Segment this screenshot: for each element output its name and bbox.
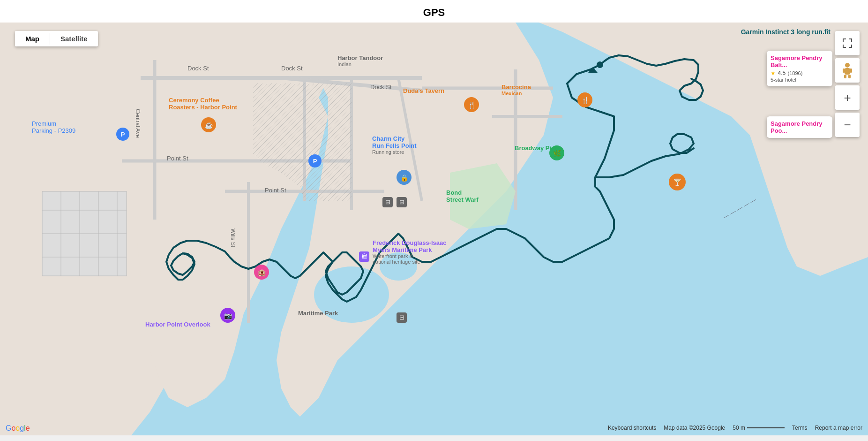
zoom-in-button[interactable]: + — [835, 85, 860, 110]
svg-rect-65 — [850, 68, 852, 73]
hotel-name: Sagamore Pendry Balt... — [771, 54, 829, 68]
pool-name: Sagamore Pendry Poo... — [771, 120, 829, 134]
map-right-controls: + − — [835, 31, 860, 137]
pegman-button[interactable] — [835, 58, 860, 83]
svg-text:⊟: ⊟ — [399, 314, 404, 321]
keyboard-shortcuts[interactable]: Keyboard shortcuts — [608, 425, 656, 431]
rating-value: 4.5 — [778, 70, 786, 76]
svg-rect-61 — [845, 68, 850, 75]
map-bottom-bar: Keyboard shortcuts Map data ©2025 Google… — [0, 420, 868, 435]
map-type-control: Map Satellite — [15, 31, 98, 46]
fullscreen-button[interactable] — [835, 31, 860, 55]
zoom-out-button[interactable]: − — [835, 113, 860, 137]
report-link[interactable]: Report a map error — [815, 425, 862, 431]
svg-text:🍴: 🍴 — [468, 101, 476, 109]
svg-text:🏛: 🏛 — [361, 253, 367, 260]
svg-text:📷: 📷 — [224, 312, 232, 320]
svg-text:🍴: 🍴 — [581, 97, 590, 105]
svg-point-60 — [845, 63, 850, 68]
svg-text:🏨: 🏨 — [258, 269, 266, 277]
svg-text:⊟: ⊟ — [385, 198, 390, 205]
svg-text:🌿: 🌿 — [553, 150, 561, 158]
svg-rect-64 — [843, 68, 845, 73]
svg-point-29 — [597, 61, 603, 68]
map-data: Map data ©2025 Google — [664, 425, 725, 431]
svg-text:P: P — [313, 158, 317, 165]
scale-bar: 50 m — [733, 425, 785, 431]
svg-rect-62 — [844, 75, 846, 78]
page-title: GPS — [0, 0, 868, 23]
map-type-satellite-button[interactable]: Satellite — [50, 31, 98, 46]
hotel-card-pool[interactable]: Sagamore Pendry Poo... — [767, 116, 832, 138]
hotel-card-sagamore[interactable]: Sagamore Pendry Balt... ★ 4.5 (1896) 5-s… — [767, 51, 832, 86]
review-count: (1896) — [788, 70, 803, 76]
scale-label: 50 m — [733, 425, 745, 431]
hotel-type: 5-star hotel — [771, 77, 829, 83]
svg-text:☕: ☕ — [205, 122, 213, 129]
svg-text:🔒: 🔒 — [400, 174, 409, 182]
svg-text:⊟: ⊟ — [399, 198, 404, 205]
scale-line — [747, 427, 785, 428]
hotel-rating: ★ 4.5 (1896) — [771, 68, 829, 77]
svg-text:P: P — [121, 131, 125, 138]
map-svg: ☕ P P 🔒 🍴 🍴 ⊟ ⊟ 🏛 ⊟ 📷 🏨 — [0, 23, 868, 435]
track-label: Garmin Instinct 3 long run.fit — [741, 28, 831, 36]
map-container: ☕ P P 🔒 🍴 🍴 ⊟ ⊟ 🏛 ⊟ 📷 🏨 — [0, 23, 868, 435]
map-type-map-button[interactable]: Map — [15, 31, 50, 46]
svg-rect-63 — [848, 75, 851, 78]
terms-link[interactable]: Terms — [792, 425, 808, 431]
svg-text:🍸: 🍸 — [673, 178, 682, 187]
star-icon: ★ — [771, 70, 776, 76]
